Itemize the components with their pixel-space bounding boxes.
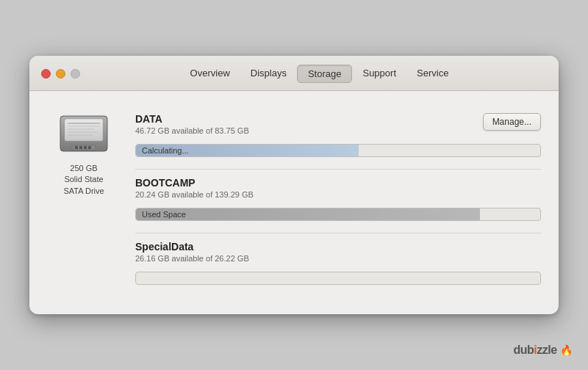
watermark-flame: 🔥	[560, 344, 573, 356]
section-name-bootcamp: BOOTCAMP	[135, 177, 254, 189]
tab-storage[interactable]: Storage	[297, 65, 353, 83]
svg-rect-1	[65, 119, 103, 141]
storage-section-specialdata: SpecialData 26.16 GB available of 26.22 …	[135, 233, 541, 297]
progress-bar-specialdata	[135, 272, 541, 285]
close-button[interactable]	[41, 69, 51, 79]
svg-rect-9	[79, 146, 82, 149]
progress-label-bootcamp: Used Space	[142, 210, 186, 219]
tab-overview[interactable]: Overview	[180, 65, 240, 83]
watermark-prefix: dub	[513, 344, 534, 356]
section-detail-data: 46.72 GB available of 83.75 GB	[135, 126, 249, 135]
svg-rect-8	[75, 146, 78, 149]
section-name-specialdata: SpecialData	[135, 241, 249, 253]
drive-icon	[57, 112, 110, 156]
section-info-specialdata: SpecialData 26.16 GB available of 26.22 …	[135, 241, 249, 269]
system-info-window: Overview Displays Storage Support Servic…	[29, 56, 559, 314]
dubizzle-watermark: dubizzle 🔥	[513, 344, 572, 357]
storage-section-data: DATA 46.72 GB available of 83.75 GB Mana…	[135, 106, 541, 170]
section-header-specialdata: SpecialData 26.16 GB available of 26.22 …	[135, 241, 541, 269]
tab-displays[interactable]: Displays	[240, 65, 297, 83]
titlebar: Overview Displays Storage Support Servic…	[29, 56, 559, 91]
manage-button[interactable]: Manage...	[483, 113, 541, 131]
svg-rect-11	[88, 146, 91, 149]
section-info-bootcamp: BOOTCAMP 20.24 GB available of 139.29 GB	[135, 177, 254, 205]
watermark-suffix: zzle	[537, 344, 556, 356]
storage-section-bootcamp: BOOTCAMP 20.24 GB available of 139.29 GB…	[135, 170, 541, 233]
section-info-data: DATA 46.72 GB available of 83.75 GB	[135, 113, 249, 141]
tab-service[interactable]: Service	[406, 65, 459, 83]
minimize-button[interactable]	[56, 69, 65, 79]
drive-label: 250 GB Solid State SATA Drive	[63, 163, 104, 197]
section-detail-specialdata: 26.16 GB available of 26.22 GB	[135, 254, 249, 263]
traffic-lights	[41, 69, 80, 79]
progress-bar-data: Calculating...	[135, 144, 541, 157]
section-detail-bootcamp: 20.24 GB available of 139.29 GB	[135, 190, 254, 199]
drive-panel: 250 GB Solid State SATA Drive	[47, 106, 121, 297]
section-header-data: DATA 46.72 GB available of 83.75 GB Mana…	[135, 113, 541, 141]
tab-support[interactable]: Support	[352, 65, 406, 83]
progress-fill-used: Used Space	[136, 208, 480, 220]
section-header-bootcamp: BOOTCAMP 20.24 GB available of 139.29 GB	[135, 177, 541, 205]
storage-list: DATA 46.72 GB available of 83.75 GB Mana…	[135, 106, 541, 297]
progress-bar-bootcamp: Used Space	[135, 208, 541, 221]
section-name-data: DATA	[135, 113, 249, 125]
progress-label-data: Calculating...	[142, 146, 189, 155]
progress-fill-calculating: Calculating...	[136, 145, 359, 156]
tab-bar: Overview Displays Storage Support Servic…	[92, 65, 547, 83]
svg-rect-10	[84, 146, 87, 149]
progress-fill-empty	[136, 272, 144, 284]
main-content: 250 GB Solid State SATA Drive DATA 46.72…	[29, 91, 559, 314]
maximize-button[interactable]	[71, 69, 80, 79]
